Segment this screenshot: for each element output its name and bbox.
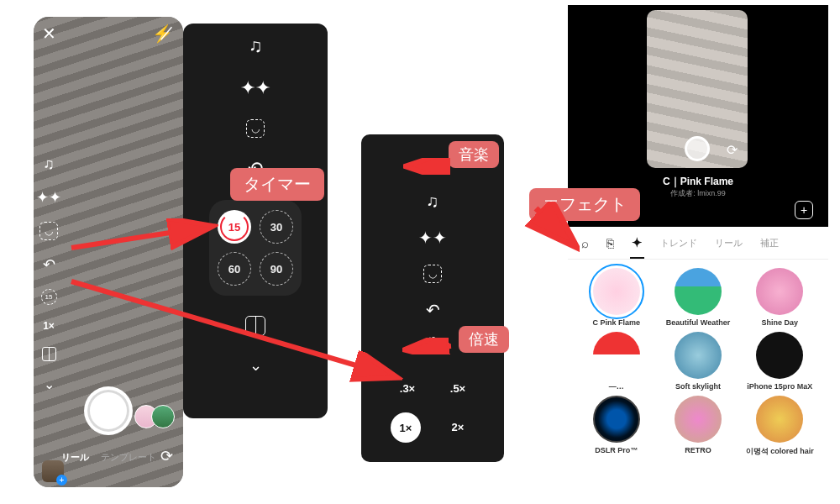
speed-1x[interactable]: 1× xyxy=(391,412,421,443)
tab-reel[interactable]: リール xyxy=(715,237,743,249)
camera-screen: ✕ ⚡̸ ♫ ✦✦ ◡ ↶ 15 1× ⌄ ⟳ リール テンプレート + xyxy=(34,17,183,487)
effect-tabs: ⌕ ⎘ ✦ トレンド リール 補正 xyxy=(568,227,828,260)
effect-item[interactable]: iPhone 15pro MaX xyxy=(742,332,818,391)
effect-title: C｜Pink Flame xyxy=(568,175,828,189)
portrait-icon[interactable]: ◡ xyxy=(246,119,265,138)
flash-off-icon[interactable]: ⚡̸ xyxy=(152,24,173,44)
svg-line-1 xyxy=(71,281,393,376)
effect-shortcut-row xyxy=(134,405,175,428)
timer-icon[interactable]: 15 xyxy=(41,289,57,305)
effect-preview-viewfinder: ⟳ xyxy=(647,10,748,168)
speed-3x[interactable]: 3× xyxy=(391,453,424,481)
effect-label: Beautiful Weather xyxy=(666,318,730,327)
effect-label: DSLR Pro™ xyxy=(595,446,638,454)
close-icon[interactable]: ✕ xyxy=(42,24,56,44)
gallery-button[interactable]: + xyxy=(42,460,64,482)
timer-badge-text: 15 xyxy=(45,293,53,301)
effect-item[interactable]: RETRO xyxy=(659,396,736,457)
sparkle-icon[interactable]: ✦ xyxy=(632,235,643,250)
tab-template[interactable]: テンプレート xyxy=(101,451,156,464)
speed-options: .3× .5× 1× 2× 3× xyxy=(391,374,475,481)
shutter-button[interactable] xyxy=(685,136,710,161)
svg-line-0 xyxy=(71,227,208,248)
annotation-arrow xyxy=(67,277,403,386)
annotation-arrow xyxy=(402,338,456,354)
effect-label: Shine Day xyxy=(762,318,799,327)
music-icon[interactable]: ♫ xyxy=(427,192,439,211)
undo-icon[interactable]: ↶ xyxy=(43,255,55,274)
switch-camera-icon[interactable]: ⟳ xyxy=(727,142,738,158)
tab-reel[interactable]: リール xyxy=(61,451,89,464)
layout-icon[interactable] xyxy=(42,347,56,361)
bookmark-icon[interactable]: ⎘ xyxy=(606,236,614,250)
effect-item[interactable]: Beautiful Weather xyxy=(659,268,736,327)
camera-side-toolbar: ♫ ✦✦ ◡ ↶ 15 1× ⌄ xyxy=(39,155,59,392)
sparkle-icon[interactable]: ✦✦ xyxy=(240,77,270,99)
effect-item[interactable]: 이명석 colored hair xyxy=(742,396,818,457)
timer-option-15[interactable]: 15 xyxy=(218,210,251,244)
effect-label: Soft skylight xyxy=(675,382,721,391)
effect-item[interactable]: —… xyxy=(578,332,654,391)
tab-trend[interactable]: トレンド xyxy=(660,237,697,249)
speed-indicator[interactable]: 1× xyxy=(43,320,55,332)
effect-label: 이명석 colored hair xyxy=(746,446,814,457)
timer-option-30[interactable]: 30 xyxy=(260,210,293,244)
effect-browser: ⌕ ⎘ ✦ トレンド リール 補正 C Pink Flame Beautiful… xyxy=(568,227,828,497)
music-icon[interactable]: ♫ xyxy=(43,155,55,173)
annotation-arrow xyxy=(504,202,580,252)
portrait-icon[interactable]: ◡ xyxy=(423,265,442,283)
tab-correction[interactable]: 補正 xyxy=(760,237,779,249)
undo-icon[interactable]: ↶ xyxy=(426,300,440,320)
effect-grid: C Pink Flame Beautiful Weather Shine Day… xyxy=(568,260,828,465)
effect-label: iPhone 15pro MaX xyxy=(747,382,812,391)
music-icon[interactable]: ♫ xyxy=(249,35,263,57)
plus-icon: + xyxy=(56,475,67,486)
annotation-arrow xyxy=(67,218,218,252)
annotation-label-timer: タイマー xyxy=(230,168,324,201)
speed-2x[interactable]: 2× xyxy=(441,412,475,441)
shutter-button[interactable] xyxy=(84,386,133,435)
portrait-icon[interactable]: ◡ xyxy=(39,222,58,240)
chevron-down-icon[interactable]: ⌄ xyxy=(44,376,55,392)
effect-item[interactable]: DSLR Pro™ xyxy=(578,396,654,457)
sparkle-icon[interactable]: ✦✦ xyxy=(418,228,447,248)
effect-label: C Pink Flame xyxy=(592,318,640,327)
effect-label: RETRO xyxy=(685,446,711,454)
annotation-label-music: 音楽 xyxy=(449,141,499,168)
effect-thumb[interactable] xyxy=(151,405,175,428)
add-icon[interactable]: + xyxy=(795,201,813,219)
annotation-label-speed: 倍速 xyxy=(459,326,509,353)
effect-item[interactable]: Soft skylight xyxy=(659,332,736,391)
effect-item[interactable]: Shine Day xyxy=(742,268,818,327)
sparkle-icon[interactable]: ✦✦ xyxy=(36,188,61,207)
effect-item[interactable]: C Pink Flame xyxy=(578,268,654,327)
annotation-arrow xyxy=(403,158,454,175)
svg-line-3 xyxy=(409,346,451,349)
svg-line-4 xyxy=(536,208,573,244)
effect-label: —… xyxy=(609,382,624,391)
search-icon[interactable]: ⌕ xyxy=(581,236,589,250)
speed-0-5x[interactable]: .5× xyxy=(441,374,475,402)
